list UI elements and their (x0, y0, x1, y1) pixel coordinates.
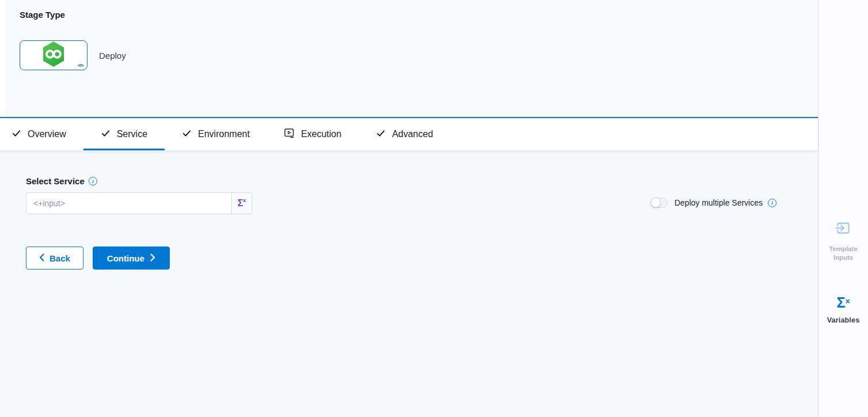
panel-left-edge (0, 0, 8, 117)
variables-label: Variables (827, 316, 860, 324)
sigma-sup-x: x (243, 198, 246, 203)
select-service-label: Select Service (26, 176, 85, 186)
tab-label: Environment (198, 129, 250, 139)
deploy-multiple-services-row: Deploy multiple Services i (650, 198, 776, 208)
info-icon[interactable]: i (768, 199, 776, 207)
chevron-right-icon (150, 253, 155, 263)
tab-label: Advanced (392, 129, 433, 139)
tab-overview[interactable]: Overview (10, 118, 83, 150)
tab-execution[interactable]: Execution (267, 118, 359, 150)
check-icon (182, 128, 192, 141)
info-icon[interactable]: i (89, 177, 97, 185)
check-icon (12, 128, 21, 141)
check-icon (376, 128, 386, 141)
variables-button[interactable]: Σ × Variables (818, 295, 868, 324)
main-column: Stage Type (0, 0, 818, 417)
service-input[interactable] (26, 192, 232, 214)
navigation-buttons: Back Continue (26, 247, 818, 270)
code-badge-icon: </> (78, 63, 83, 68)
service-tab-content: Select Service i Σ x Deploy multiple Ser… (0, 151, 818, 417)
stage-name-label: Deploy (99, 51, 126, 60)
right-rail: Template Inputs Σ × Variables (818, 0, 868, 417)
continue-button[interactable]: Continue (93, 247, 170, 270)
continue-button-label: Continue (107, 253, 144, 263)
cd-hexagon-icon (41, 41, 66, 70)
back-button-label: Back (50, 253, 70, 263)
template-inputs-label: Template Inputs (825, 245, 861, 262)
sigma-glyph: Σ (836, 295, 845, 310)
tab-label: Execution (301, 129, 341, 139)
chevron-left-icon (39, 253, 44, 263)
tab-environment[interactable]: Environment (165, 118, 267, 150)
toggle-knob (651, 198, 660, 207)
deploy-stage-card[interactable]: </> (20, 40, 87, 70)
expression-input-type-button[interactable]: Σ x (231, 192, 252, 214)
check-icon (101, 128, 111, 141)
stage-type-panel: Stage Type (0, 0, 818, 118)
sigma-icon: Σ (238, 198, 243, 208)
selected-stage-row: </> Deploy (20, 40, 818, 70)
template-inputs-button[interactable]: Template Inputs (818, 219, 868, 262)
deploy-multiple-services-label: Deploy multiple Services (675, 198, 763, 207)
template-inputs-icon (834, 219, 852, 240)
tab-advanced[interactable]: Advanced (359, 118, 450, 150)
select-service-label-row: Select Service i (26, 176, 818, 186)
stage-type-title: Stage Type (20, 10, 818, 20)
tab-service[interactable]: Service (83, 118, 165, 150)
back-button[interactable]: Back (26, 247, 83, 270)
deploy-multiple-services-toggle[interactable] (650, 198, 668, 208)
execution-icon (284, 128, 295, 141)
tab-label: Overview (28, 129, 66, 139)
x-glyph: × (845, 297, 850, 306)
tab-label: Service (117, 129, 147, 139)
stage-tab-bar: Overview Service Environment (0, 118, 818, 151)
stage-setup-screen: Stage Type (0, 0, 868, 417)
variables-sigma-icon: Σ × (836, 295, 850, 310)
